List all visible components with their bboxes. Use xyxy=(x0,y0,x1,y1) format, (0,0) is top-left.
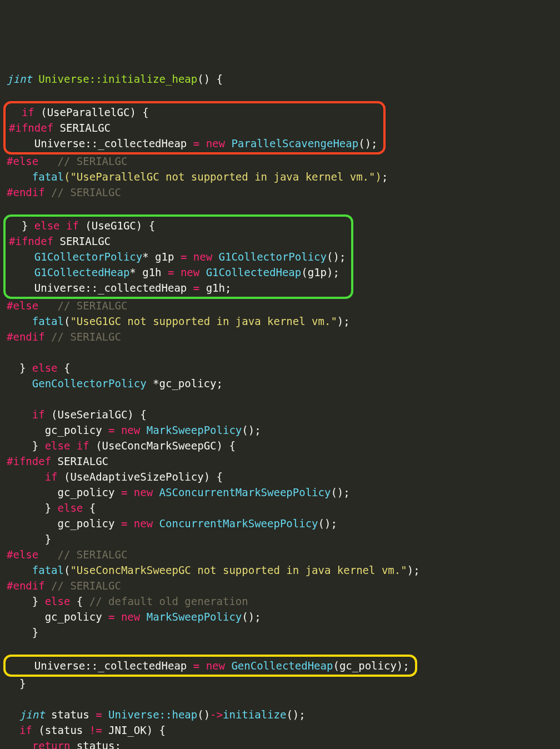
code-editor: jint Universe::initialize_heap() { if (U… xyxy=(7,71,553,749)
highlight-g1-gc: } else if (UseG1GC) { #ifndef SERIALGC G… xyxy=(3,214,353,299)
sig-tail: () { xyxy=(197,73,223,85)
fatal-parallel-msg: ("UseParallelGC not supported in java ke… xyxy=(64,171,382,183)
highlight-parallel-gc: if (UseParallelGC) { #ifndef SERIALGC Un… xyxy=(3,101,386,154)
highlight-gen-heap: Universe::_collectedHeap = new GenCollec… xyxy=(3,655,417,677)
return-type: jint xyxy=(7,73,32,85)
function-name: Universe::initialize_heap xyxy=(38,73,197,85)
